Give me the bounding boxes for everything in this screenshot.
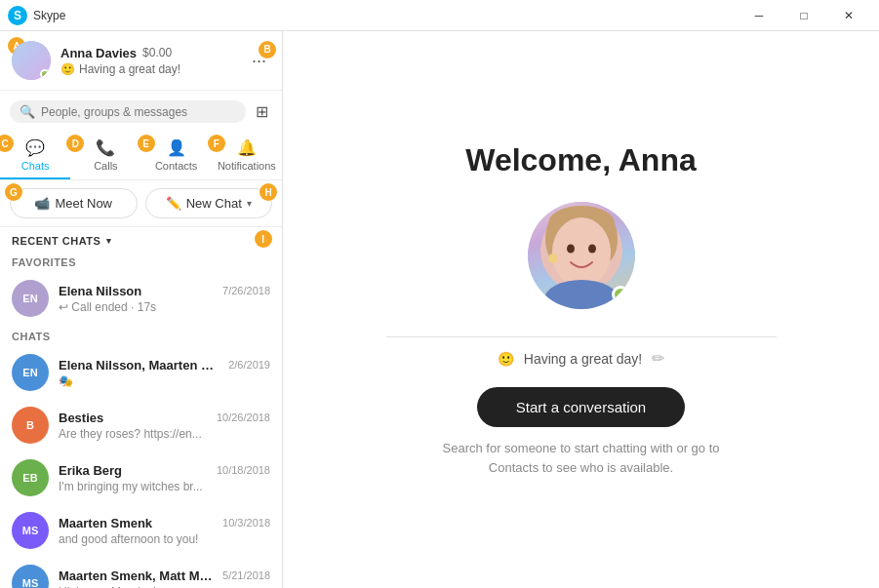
welcome-online-dot <box>612 286 629 303</box>
badge-e: E <box>138 135 155 152</box>
chat-name-row: Elena Nilsson, Maarten Sm... 2/6/2019 <box>59 358 270 372</box>
chat-date: 2/6/2019 <box>228 359 270 371</box>
badge-c: C <box>0 135 14 152</box>
sidebar: A Anna Davies $0.00 🙂 Having a great day… <box>0 31 283 588</box>
avatar[interactable] <box>12 41 51 80</box>
chats-subheader: CHATS <box>0 325 282 346</box>
new-chat-label: New Chat <box>186 196 242 211</box>
more-options-button[interactable]: B ··· <box>248 47 270 75</box>
tab-notifications-label: Notifications <box>218 160 276 172</box>
grid-icon: ⊞ <box>256 103 268 120</box>
close-button[interactable]: ✕ <box>826 0 871 31</box>
badge-f: F <box>208 135 225 152</box>
meet-now-button[interactable]: G 📹 Meet Now <box>10 188 138 218</box>
favorites-header: FAVORITES <box>0 251 282 272</box>
chat-info: Elena Nilsson 7/26/2018 ↩ Call ended · 1… <box>59 284 270 314</box>
chat-date: 10/3/2018 <box>222 517 270 529</box>
title-bar-controls: ─ □ ✕ <box>737 0 871 31</box>
avatar: EN <box>12 354 49 391</box>
chat-name: Maarten Smenk <box>59 516 152 530</box>
skype-logo-icon: S <box>8 6 27 25</box>
list-item[interactable]: MS Maarten Smenk, Matt Mill... 5/21/2018… <box>0 557 282 588</box>
chat-preview: 🎭 <box>59 374 270 388</box>
tab-notifications[interactable]: F 🔔 Notifications <box>212 133 282 179</box>
profile-balance: $0.00 <box>142 46 172 59</box>
chat-name: Besties <box>59 411 103 425</box>
profile-name: Anna Davies <box>60 46 137 60</box>
chat-name-row: Besties 10/26/2018 <box>59 411 270 425</box>
avatar: MS <box>12 565 49 588</box>
chat-info: Besties 10/26/2018 Are they roses? https… <box>59 411 270 441</box>
chat-info: Elena Nilsson, Maarten Sm... 2/6/2019 🎭 <box>59 358 270 388</box>
meet-now-icon: 📹 <box>34 196 50 211</box>
profile-header: A Anna Davies $0.00 🙂 Having a great day… <box>0 31 282 91</box>
chat-name: Erika Berg <box>59 463 122 478</box>
chevron-recent-icon: ▾ <box>106 236 112 246</box>
app-title: Skype <box>33 9 65 22</box>
list-item[interactable]: EN Elena Nilsson 7/26/2018 ↩ Call ended … <box>0 272 282 325</box>
chat-name: Elena Nilsson, Maarten Sm... <box>59 358 215 372</box>
chat-name-row: Maarten Smenk, Matt Mill... 5/21/2018 <box>59 568 270 583</box>
avatar-wrapper: A <box>12 41 51 80</box>
calls-icon: 📞 <box>96 138 115 157</box>
search-icon: 🔍 <box>20 104 35 119</box>
status-text: Having a great day! <box>79 62 180 76</box>
tab-contacts[interactable]: E 👤 Contacts <box>141 133 212 179</box>
list-item[interactable]: B Besties 10/26/2018 Are they roses? htt… <box>0 399 282 451</box>
welcome-subtext-line2: Contacts to see who is available. <box>489 460 673 475</box>
list-item[interactable]: EB Erika Berg 10/18/2018 I'm bringing my… <box>0 451 282 504</box>
svg-point-6 <box>588 245 596 254</box>
meet-now-label: Meet Now <box>55 196 112 211</box>
new-chat-button[interactable]: H ✏️ New Chat ▾ <box>145 188 273 218</box>
chat-name-row: Elena Nilsson 7/26/2018 <box>59 284 270 298</box>
grid-view-button[interactable]: ⊞ <box>252 98 272 125</box>
badge-h: H <box>260 183 277 201</box>
welcome-subtext-line1: Search for someone to start chatting wit… <box>443 441 720 455</box>
tab-calls[interactable]: D 📞 Calls <box>70 133 140 179</box>
svg-point-7 <box>548 254 558 263</box>
tab-chats[interactable]: C 💬 Chats <box>0 133 70 179</box>
tab-calls-label: Calls <box>94 160 117 172</box>
welcome-avatar <box>528 202 635 309</box>
minimize-button[interactable]: ─ <box>737 0 781 31</box>
list-item[interactable]: MS Maarten Smenk 10/3/2018 and good afte… <box>0 504 282 557</box>
title-bar: S Skype ─ □ ✕ <box>0 0 879 31</box>
chats-icon: 💬 <box>25 138 45 157</box>
profile-info: Anna Davies $0.00 🙂 Having a great day! <box>60 46 238 76</box>
chat-name-row: Erika Berg 10/18/2018 <box>59 463 270 478</box>
recent-chats-header: RECENT CHATS ▾ I <box>0 227 282 251</box>
divider <box>386 336 777 337</box>
status-emoji: 🙂 <box>60 62 75 76</box>
chat-name: Maarten Smenk, Matt Mill... <box>59 568 215 583</box>
chat-name-row: Maarten Smenk 10/3/2018 <box>59 516 270 530</box>
maximize-button[interactable]: □ <box>781 0 826 31</box>
edit-status-icon[interactable]: ✏ <box>652 349 664 368</box>
welcome-status-row: 🙂 Having a great day! ✏ <box>498 349 664 368</box>
chat-preview: I'm bringing my witches br... <box>59 480 270 493</box>
chat-date: 7/26/2018 <box>222 285 270 296</box>
badge-d: D <box>66 135 84 152</box>
action-row: G 📹 Meet Now H ✏️ New Chat ▾ <box>0 180 282 227</box>
search-input[interactable] <box>41 105 236 119</box>
chat-preview: Hi, happy Monday! <box>59 585 270 589</box>
badge-b: B <box>259 41 276 59</box>
welcome-subtext: Search for someone to start chatting wit… <box>443 439 720 477</box>
svg-point-4 <box>552 217 611 288</box>
chat-info: Erika Berg 10/18/2018 I'm bringing my wi… <box>59 463 270 493</box>
chat-preview: Are they roses? https://en... <box>59 427 270 441</box>
chat-preview: ↩ Call ended · 17s <box>59 300 270 314</box>
profile-status: 🙂 Having a great day! <box>60 62 238 76</box>
search-row: 🔍 ⊞ <box>0 91 282 133</box>
chat-list: RECENT CHATS ▾ I FAVORITES EN Elena Nils… <box>0 227 282 588</box>
svg-point-8 <box>544 280 619 309</box>
recent-chats-label-row: RECENT CHATS ▾ I <box>12 235 112 247</box>
contacts-icon: 👤 <box>167 138 186 157</box>
avatar: EB <box>12 459 49 496</box>
start-conversation-button[interactable]: Start a conversation <box>477 387 685 427</box>
list-item[interactable]: EN Elena Nilsson, Maarten Sm... 2/6/2019… <box>0 346 282 399</box>
badge-g: G <box>5 183 22 201</box>
chat-info: Maarten Smenk 10/3/2018 and good afterno… <box>59 516 270 546</box>
avatar: EN <box>12 280 49 317</box>
nav-tabs: C 💬 Chats D 📞 Calls E 👤 Contacts F 🔔 Not… <box>0 133 282 180</box>
search-wrapper: 🔍 <box>10 100 246 123</box>
